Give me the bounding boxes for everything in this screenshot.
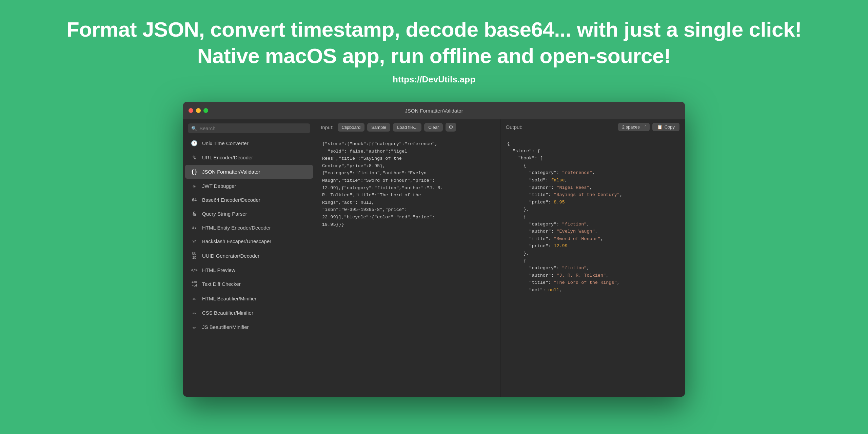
maximize-button[interactable] <box>203 108 208 113</box>
sidebar-items-list: 🕐 Unix Time Converter % URL Encoder/Deco… <box>183 136 315 397</box>
input-content[interactable]: {"store":{"book":[{"category":"reference… <box>315 135 500 397</box>
titlebar: JSON Formatter/Validator <box>183 102 685 119</box>
close-button[interactable] <box>189 108 193 113</box>
sidebar-item-jwt-debugger[interactable]: ✳ JWT Debugger <box>185 179 313 193</box>
output-toolbar: Output: 2 spaces 4 spaces Tab ⌃ <box>500 119 685 135</box>
sidebar-item-label: Base64 Encoder/Decoder <box>202 197 260 203</box>
sidebar-item-label: Backslash Escaper/Unescaper <box>202 238 271 244</box>
main-content: Input: Clipboard Sample Load file... Cle… <box>315 119 685 397</box>
clear-button[interactable]: Clear <box>424 123 443 132</box>
sample-button[interactable]: Sample <box>367 123 390 132</box>
output-content: { "store": { "book": [ { "category": "re… <box>500 135 685 397</box>
traffic-lights <box>189 108 208 113</box>
sidebar-item-html-entity[interactable]: #; HTML Entity Encoder/Decoder <box>185 221 313 234</box>
sidebar-item-label: HTML Beautifier/Minifier <box>202 296 256 301</box>
sidebar-item-label: HTML Entity Encoder/Decoder <box>202 225 271 231</box>
copy-button[interactable]: 📋 Copy <box>652 123 679 131</box>
hero-section: Format JSON, convert timestamp, decode b… <box>39 0 829 92</box>
html-entity-icon: #; <box>191 225 198 230</box>
sidebar-item-label: JWT Debugger <box>202 183 236 189</box>
sidebar-item-js-beautifier[interactable]: ✏ JS Beautifier/Minifier <box>185 320 313 334</box>
json-icon: {} <box>191 169 198 175</box>
output-label: Output: <box>506 124 522 130</box>
sidebar-item-label: URL Encoder/Decoder <box>202 155 253 160</box>
uuid-icon: UUID <box>191 252 198 259</box>
gear-button[interactable]: ⚙ <box>446 123 456 132</box>
sidebar-item-label: CSS Beautifier/Minifier <box>202 310 253 316</box>
hero-title-line1: Format JSON, convert timestamp, decode b… <box>66 16 802 43</box>
input-toolbar: Input: Clipboard Sample Load file... Cle… <box>315 119 500 135</box>
load-file-button[interactable]: Load file... <box>393 123 421 132</box>
sidebar-item-label: UUID Generator/Decoder <box>202 253 259 259</box>
sidebar-item-label: Unix Time Converter <box>202 140 249 146</box>
sidebar-item-base64[interactable]: 64 Base64 Encoder/Decoder <box>185 193 313 206</box>
app-window: JSON Formatter/Validator 🔍 🕐 Unix Time C… <box>183 102 685 397</box>
sidebar-item-css-beautifier[interactable]: ✏ CSS Beautifier/Minifier <box>185 306 313 320</box>
input-panel: Input: Clipboard Sample Load file... Cle… <box>315 119 500 397</box>
search-bar: 🔍 <box>188 123 310 133</box>
sidebar-item-json-formatter[interactable]: {} JSON Formatter/Validator <box>185 165 313 179</box>
js-beautifier-icon: ✏ <box>191 324 198 330</box>
sidebar-item-text-diff[interactable]: +ab-cd Text Diff Checker <box>185 277 313 291</box>
sidebar-item-html-preview[interactable]: </> HTML Preview <box>185 263 313 277</box>
copy-icon: 📋 <box>657 124 663 130</box>
output-toolbar-left: Output: <box>506 124 524 130</box>
sidebar-item-backslash[interactable]: \n Backslash Escaper/Unescaper <box>185 235 313 248</box>
spaces-select[interactable]: 2 spaces 4 spaces Tab <box>618 123 650 131</box>
sidebar-item-unix-time[interactable]: 🕐 Unix Time Converter <box>185 136 313 150</box>
css-beautifier-icon: ✏ <box>191 310 198 316</box>
sidebar: 🔍 🕐 Unix Time Converter % URL Encoder/De… <box>183 119 315 397</box>
diff-icon: +ab-cd <box>191 281 198 288</box>
window-body: 🔍 🕐 Unix Time Converter % URL Encoder/De… <box>183 119 685 397</box>
sidebar-item-url-encoder[interactable]: % URL Encoder/Decoder <box>185 151 313 164</box>
output-panel: Output: 2 spaces 4 spaces Tab ⌃ <box>500 119 685 397</box>
window-title: JSON Formatter/Validator <box>405 108 463 114</box>
output-toolbar-right: 2 spaces 4 spaces Tab ⌃ 📋 Copy <box>618 123 679 131</box>
html-preview-icon: </> <box>191 268 198 272</box>
search-icon: 🔍 <box>191 126 197 131</box>
sidebar-item-html-beautifier[interactable]: ✏ HTML Beautifier/Minifier <box>185 292 313 305</box>
minimize-button[interactable] <box>196 108 201 113</box>
window-wrapper: JSON Formatter/Validator 🔍 🕐 Unix Time C… <box>0 102 868 397</box>
hero-url: https://DevUtils.app <box>66 74 802 85</box>
sidebar-item-label: JS Beautifier/Minifier <box>202 324 249 330</box>
backslash-icon: \n <box>191 239 198 243</box>
input-label: Input: <box>321 124 334 130</box>
clock-icon: 🕐 <box>191 140 198 146</box>
hero-title-line2: Native macOS app, run offline and open-s… <box>66 43 802 69</box>
sidebar-item-label: Text Diff Checker <box>202 281 241 287</box>
clipboard-button[interactable]: Clipboard <box>338 123 365 132</box>
sidebar-item-label: JSON Formatter/Validator <box>202 169 260 175</box>
spaces-select-wrapper: 2 spaces 4 spaces Tab ⌃ <box>618 123 650 131</box>
sidebar-item-uuid[interactable]: UUID UUID Generator/Decoder <box>185 248 313 263</box>
base64-icon: 64 <box>191 198 198 202</box>
search-input[interactable] <box>199 125 307 131</box>
html-beautifier-icon: ✏ <box>191 295 198 302</box>
percent-icon: % <box>191 154 198 161</box>
ampersand-icon: & <box>191 211 198 217</box>
sidebar-item-query-string[interactable]: & Query String Parser <box>185 207 313 221</box>
jwt-icon: ✳ <box>191 183 198 189</box>
copy-label: Copy <box>665 124 675 130</box>
panels: Input: Clipboard Sample Load file... Cle… <box>315 119 685 397</box>
sidebar-item-label: HTML Preview <box>202 267 235 273</box>
sidebar-item-label: Query String Parser <box>202 211 247 217</box>
